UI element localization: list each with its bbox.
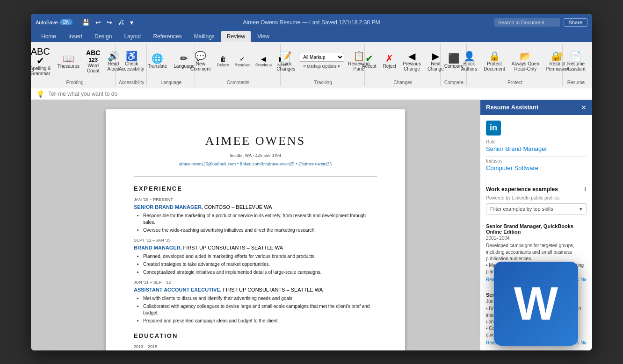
list-item: Created strategies to take advantage of … xyxy=(143,261,377,268)
new-comment-icon: 💬 xyxy=(195,51,206,61)
ra-no-2[interactable]: No xyxy=(580,340,587,345)
share-button[interactable]: Share xyxy=(564,18,587,27)
ribbon-tabs: Home Insert Design Layout References Mai… xyxy=(31,31,592,42)
education-section-title: EDUCATION xyxy=(134,332,377,340)
language-label: Language xyxy=(161,80,182,85)
ra-role-value[interactable]: Senior Brand Manager xyxy=(486,145,587,152)
tab-design[interactable]: Design xyxy=(89,31,117,42)
spelling-grammar-button[interactable]: ABC✔ Spelling &Grammar xyxy=(31,45,54,78)
reject-button[interactable]: ✗ Reject xyxy=(380,52,399,71)
title-bar: AutoSave ON 💾 ↩ ↪ 🖨 ▾ Aimee Owens Resume… xyxy=(31,14,592,31)
resolve-icon: ✓ xyxy=(239,55,245,63)
resume-icon: 📄 xyxy=(570,51,582,61)
ribbon-group-accessibility: ♿ CheckAccessibility Accessibility xyxy=(116,44,147,86)
ra-linkedin-section: in Role Senior Brand Manager Industry Co… xyxy=(480,115,592,181)
language-icon: ✏ xyxy=(180,54,188,63)
search-input[interactable] xyxy=(494,18,560,27)
accessibility-buttons: ♿ CheckAccessibility xyxy=(116,45,147,78)
save-icon[interactable]: 💾 xyxy=(80,18,92,27)
ra-filter-dropdown[interactable]: Filter examples by top skills ▾ xyxy=(486,203,587,215)
thesaurus-icon: 📖 xyxy=(63,54,74,63)
ra-examples-sub: Powered by LinkedIn public profiles xyxy=(480,195,592,203)
doc-name: AIMEE OWENS xyxy=(134,133,377,150)
track-changes-icon: 📝 xyxy=(280,51,292,61)
tracking-buttons: 📝 TrackChanges All Markup Simple Markup … xyxy=(274,45,372,78)
tab-home[interactable]: Home xyxy=(36,31,62,42)
job3-title: ASSISTANT ACCOUNT EXECUTIVE, FIRST UP CO… xyxy=(134,286,377,293)
comments-label: Comments xyxy=(227,80,249,85)
ribbon-group-protect: 👤 BlockAuthors 🔒 ProtectDocument 📂 Alway… xyxy=(468,44,563,86)
translate-button[interactable]: 🌐 Translate xyxy=(145,52,170,71)
more-icon[interactable]: ▾ xyxy=(128,18,135,27)
accessibility-icon: ♿ xyxy=(126,51,138,61)
ra-header: Resume Assistant ✕ xyxy=(480,100,592,115)
ribbon-group-resume: 📄 ResumeAssistant Resume xyxy=(564,44,588,86)
previous-change-button[interactable]: ◀ PreviousChange xyxy=(400,50,424,73)
previous-comment-button[interactable]: ◀ Previous xyxy=(253,54,274,69)
redo-icon[interactable]: ↪ xyxy=(105,18,114,27)
list-item: Planned, developed and aided in marketin… xyxy=(143,253,377,260)
accept-icon: ✔ xyxy=(365,54,373,63)
undo-icon[interactable]: ↩ xyxy=(94,18,103,27)
delete-comment-button[interactable]: 🗑 Delete xyxy=(215,54,232,69)
print-icon[interactable]: 🖨 xyxy=(116,18,126,27)
ra-no-1[interactable]: No xyxy=(580,277,587,282)
tracking-label: Tracking xyxy=(314,80,332,85)
autosave-toggle[interactable]: ON xyxy=(60,19,72,25)
lightbulb-icon: 💡 xyxy=(36,90,44,98)
word-count-button[interactable]: ABC123 WordCount xyxy=(83,48,103,75)
document-area: AIMEE OWENS Seattle, WA · 425 555 0199 a… xyxy=(31,100,480,350)
tab-mailings[interactable]: Mailings xyxy=(188,31,220,42)
tell-me-bar: 💡 xyxy=(31,88,592,100)
ra-title: Resume Assistant xyxy=(486,104,538,111)
block-authors-button[interactable]: 👤 BlockAuthors xyxy=(458,50,480,73)
ra-info-icon[interactable]: ℹ xyxy=(584,186,587,193)
always-open-button[interactable]: 📂 Always OpenRead-Only xyxy=(509,50,542,73)
ra-examples-title: Work experience examples xyxy=(486,186,558,193)
new-comment-button[interactable]: 💬 NewComment xyxy=(188,50,213,73)
markup-dropdown[interactable]: All Markup Simple Markup No Markup Origi… xyxy=(299,53,344,62)
next-change-icon: ▶ xyxy=(432,51,439,61)
ra-industry-value[interactable]: Computer Software xyxy=(486,164,587,171)
tab-layout[interactable]: Layout xyxy=(118,31,146,42)
doc-divider-1 xyxy=(134,177,377,177)
tell-me-input[interactable] xyxy=(48,91,587,97)
ra-close-button[interactable]: ✕ xyxy=(581,104,587,111)
linkedin-logo: in xyxy=(486,121,501,136)
markup-options-button[interactable]: ≡ Markup Options ▾ xyxy=(299,63,344,70)
list-item: Met with clients to discuss and identify… xyxy=(143,295,377,302)
list-item: Collaborated with agency colleagues to d… xyxy=(143,303,377,316)
quick-access-toolbar: 💾 ↩ ↪ 🖨 ▾ xyxy=(80,18,135,27)
resolve-button[interactable]: ✓ Resolve xyxy=(232,54,253,69)
check-accessibility-button[interactable]: ♿ CheckAccessibility xyxy=(116,50,147,73)
tab-view[interactable]: View xyxy=(252,31,275,42)
autosave-label: AutoSave xyxy=(36,20,58,25)
proofing-label: Proofing xyxy=(66,80,83,85)
word-app-icon: W xyxy=(494,262,578,346)
job1-title: SENIOR BRAND MANAGER, CONTOSO – BELLEVUE… xyxy=(134,204,377,211)
track-changes-button[interactable]: 📝 TrackChanges xyxy=(274,50,298,73)
translate-icon: 🌐 xyxy=(152,54,163,63)
prev-change-icon: ◀ xyxy=(408,51,415,61)
list-item: Oversee the wide-reaching advertising in… xyxy=(143,227,377,234)
markup-controls: All Markup Simple Markup No Markup Origi… xyxy=(299,53,344,70)
job2-title: BRAND MANAGER, FIRST UP CONSULTANTS – SE… xyxy=(134,244,377,251)
ribbon-content: ABC✔ Spelling &Grammar 📖 Thesaurus ABC12… xyxy=(31,42,592,88)
doc-links: aimee.owens25@outlook.com • linked.com/i… xyxy=(134,161,377,167)
protect-document-button[interactable]: 🔒 ProtectDocument xyxy=(481,50,508,73)
doc-contact: Seattle, WA · 425 555 0199 xyxy=(134,152,377,159)
accept-button[interactable]: ✔ Accept xyxy=(359,52,379,71)
job1-bullets: Responsible for the marketing of a produ… xyxy=(143,213,377,234)
tab-review[interactable]: Review xyxy=(221,31,251,42)
edu1-date: 2013 – 2015 xyxy=(134,344,377,350)
ra-role-label: Role xyxy=(486,139,587,144)
block-authors-icon: 👤 xyxy=(464,51,475,61)
tab-insert[interactable]: Insert xyxy=(63,31,88,42)
thesaurus-button[interactable]: 📖 Thesaurus xyxy=(55,52,82,71)
resume-assistant-button[interactable]: 📄 ResumeAssistant xyxy=(564,50,588,73)
list-item: Prepared and presented campaign ideas an… xyxy=(143,318,377,324)
app-window: AutoSave ON 💾 ↩ ↪ 🖨 ▾ Aimee Owens Resume… xyxy=(31,14,592,350)
chevron-down-icon: ▾ xyxy=(580,206,582,212)
tab-references[interactable]: References xyxy=(147,31,187,42)
changes-buttons: ✔ Accept ✗ Reject ◀ PreviousChange ▶ Nex… xyxy=(359,45,447,78)
